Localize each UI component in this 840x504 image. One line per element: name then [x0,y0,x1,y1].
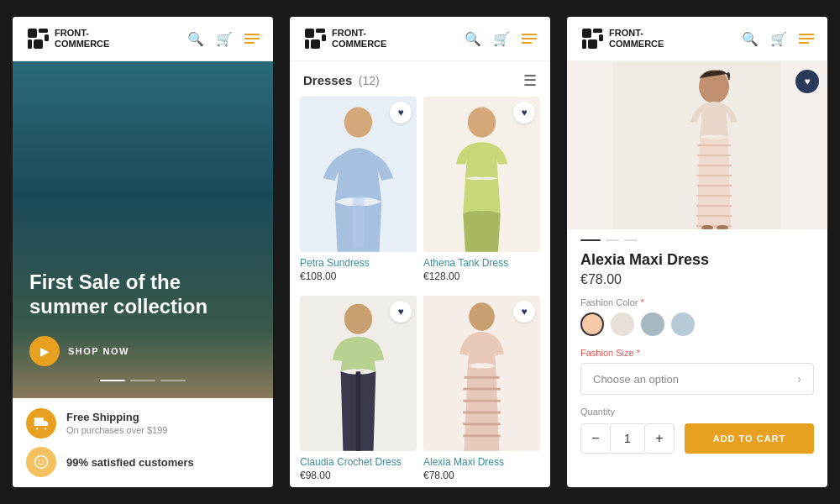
wishlist-btn-1[interactable]: ♥ [390,102,412,123]
heart-icon-4: ♥ [521,306,527,318]
satisfaction-title: 99% satisfied customers [66,456,194,469]
product-card-1[interactable]: ♥ Petra Sundress €108.00 [300,97,417,289]
wishlist-heart-icon: ♥ [804,76,810,87]
svg-rect-15 [353,196,365,249]
logo-2[interactable]: FRONT-COMMERCE [303,27,386,50]
size-select-arrow-icon: › [797,372,801,386]
color-swatch-4[interactable] [671,312,695,336]
quantity-decrease-button[interactable]: − [580,423,611,454]
product-detail-content: ♥ Alexia Maxi Dress €78.00 Fashion Color… [567,61,827,487]
hero-dot-3[interactable] [160,380,186,381]
svg-rect-2 [28,39,32,49]
shop-now-button[interactable]: ▶ SHOP NOW [29,336,256,366]
shipping-icon [26,408,56,438]
svg-point-17 [468,108,496,138]
heart-icon-2: ♥ [521,107,527,118]
logo-text-3: FRONT-COMMERCE [609,28,664,50]
search-icon[interactable]: 🔍 [187,31,204,47]
img-dot-2[interactable] [606,239,619,241]
wishlist-btn-2[interactable]: ♥ [513,102,535,123]
cart-icon-3[interactable]: 🛒 [770,31,787,47]
size-select-dropdown[interactable]: Choose an option › [580,363,814,395]
product-price-4: €78.00 [423,470,540,481]
header-2: FRONT-COMMERCE 🔍 🛒 [290,17,550,61]
product-name-4: Alexia Maxi Dress [423,456,540,468]
product-detail-name: Alexia Maxi Dress [580,251,814,269]
product-image-3: ♥ [300,296,417,451]
product-image-4: ♥ [423,296,540,451]
add-to-cart-button[interactable]: ADD TO CART [685,423,814,454]
svg-rect-0 [28,29,37,38]
color-options [580,312,814,336]
screen-3: FRONT-COMMERCE 🔍 🛒 [567,17,827,487]
product-detail-wishlist-btn[interactable]: ♥ [795,70,819,93]
product-price-3: €98.00 [300,470,417,481]
cart-icon[interactable]: 🛒 [216,31,233,47]
size-select-text: Choose an option [593,373,679,386]
logo-1[interactable]: FRONT-COMMERCE [26,27,109,50]
svg-rect-4 [45,34,49,41]
screen-1: FRONT-COMMERCE 🔍 🛒 First Sale of the sum… [13,17,273,487]
wishlist-btn-4[interactable]: ♥ [513,301,535,323]
product-price-1: €108.00 [300,270,417,282]
product-image-1: ♥ [300,97,417,252]
svg-rect-30 [593,29,602,33]
img-dot-1[interactable] [580,239,601,241]
color-swatch-2[interactable] [611,312,634,336]
product-card-2[interactable]: ♥ Athena Tank Dress €128.00 [423,97,540,289]
search-icon-3[interactable]: 🔍 [742,31,759,47]
svg-point-6 [39,460,40,462]
quantity-increase-button[interactable]: + [644,423,675,454]
product-detail-image: ♥ [567,61,827,229]
features-section: Free Shipping On purchases over $199 99%… [13,398,273,487]
logo-text-1: FRONT-COMMERCE [55,28,109,50]
hero-dot-1[interactable] [100,380,125,381]
svg-rect-10 [305,39,309,49]
menu-icon-3[interactable] [799,34,814,44]
products-grid: ♥ Petra Sundress €108.00 [290,97,550,487]
category-title: Dresses (12) [303,73,380,88]
hero-section: First Sale of the summer collection ▶ SH… [13,61,273,398]
logo-3[interactable]: FRONT-COMMERCE [580,27,664,50]
wishlist-btn-3[interactable]: ♥ [390,301,412,323]
quantity-row: − 1 + ADD TO CART [580,423,814,454]
sort-icon[interactable]: ☰ [523,71,537,90]
satisfaction-text: 99% satisfied customers [66,456,194,469]
shop-now-circle: ▶ [29,336,60,366]
svg-rect-32 [588,39,597,49]
category-bar: Dresses (12) ☰ [290,61,550,97]
svg-rect-8 [305,29,314,38]
svg-rect-33 [599,34,603,41]
img-dot-3[interactable] [624,239,638,241]
satisfaction-icon [26,447,56,477]
svg-rect-20 [356,371,361,451]
product-name-2: Athena Tank Dress [423,257,540,269]
header-3: FRONT-COMMERCE 🔍 🛒 [567,17,827,61]
search-icon-2[interactable]: 🔍 [465,31,481,47]
color-swatch-1[interactable] [580,312,604,336]
product-detail-info: Alexia Maxi Dress €78.00 Fashion Color *… [567,229,827,487]
cart-icon-2[interactable]: 🛒 [493,31,510,47]
feature-satisfaction: 99% satisfied customers [26,447,260,477]
product-name-1: Petra Sundress [300,257,417,269]
svg-point-7 [42,460,44,462]
product-card-4[interactable]: ♥ Alexia Maxi Dress €78.00 [423,296,540,488]
logo-text-2: FRONT-COMMERCE [332,28,386,50]
svg-point-19 [344,303,372,333]
product-image-2: ♥ [423,97,540,252]
svg-point-22 [469,302,495,330]
menu-icon[interactable] [244,34,260,44]
header-icons-1: 🔍 🛒 [187,31,260,47]
menu-icon-2[interactable] [522,34,537,44]
product-detail-price: €78.00 [580,272,814,287]
svg-rect-3 [34,39,43,49]
heart-icon-3: ♥ [397,306,403,318]
product-card-3[interactable]: ♥ Claudia Crochet Dress €98.00 [300,296,417,488]
color-option-label: Fashion Color * [580,297,814,307]
shipping-text: Free Shipping On purchases over $199 [66,411,167,436]
color-swatch-3[interactable] [641,312,664,336]
hero-indicators [29,380,256,381]
hero-dot-2[interactable] [130,380,155,381]
header-1: FRONT-COMMERCE 🔍 🛒 [13,17,273,61]
size-option-label: Fashion Size * [580,348,814,358]
